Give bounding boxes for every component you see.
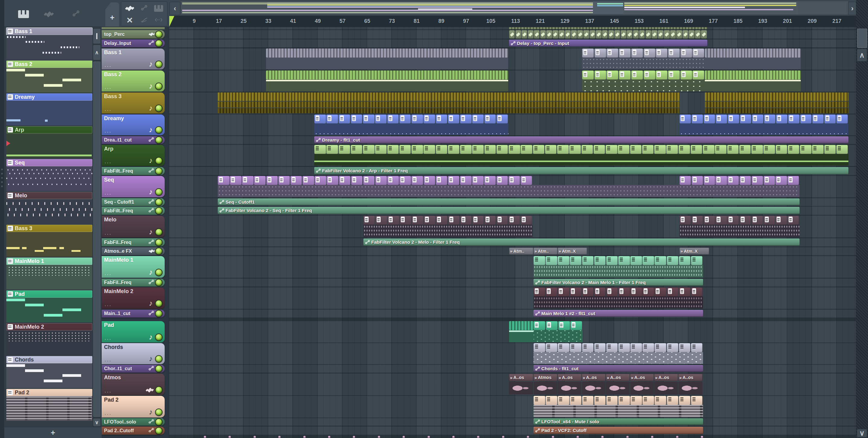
pattern-clip[interactable] (715, 145, 726, 154)
pattern-clip[interactable] (546, 396, 557, 405)
panel-drag-handle[interactable] (1, 181, 3, 183)
pattern-clip[interactable] (496, 176, 508, 185)
track-mute-led[interactable] (155, 126, 162, 134)
audio-clip-cell[interactable] (509, 30, 515, 39)
track-options-dots[interactable]: ··· (105, 337, 112, 342)
pattern-clip[interactable] (546, 321, 558, 330)
track-header-chords[interactable]: Chords···♪ (102, 343, 165, 364)
track-mute-led[interactable] (155, 188, 162, 196)
pattern-clip[interactable] (666, 145, 678, 154)
playhead-marker[interactable] (169, 16, 174, 27)
pattern-clip[interactable] (679, 145, 690, 154)
automation-clip[interactable]: FabFilter Volcano 2 - Arp - Filter 1 Fre… (314, 167, 848, 174)
slide-curve-tool-icon[interactable] (137, 15, 151, 25)
track-options-dots[interactable]: ··· (105, 412, 112, 417)
pattern-clip-strip[interactable] (218, 102, 680, 107)
pattern-clip[interactable] (570, 321, 582, 330)
mute-cut-tool-icon[interactable]: × (123, 15, 136, 25)
pattern-clip[interactable] (642, 396, 654, 405)
scroll-left-button[interactable]: ‹ (169, 2, 180, 15)
pattern-clip[interactable] (619, 70, 631, 79)
pattern-clip[interactable] (230, 176, 242, 185)
track-options-dots[interactable]: ··· (105, 303, 112, 308)
picker-scrollbar[interactable]: ∧∨ (93, 28, 100, 427)
piano-roll-tool-icon[interactable] (152, 3, 165, 13)
pattern-clip[interactable] (314, 145, 326, 154)
audio-clip-cell[interactable] (633, 30, 639, 39)
pattern-clip[interactable] (290, 176, 302, 185)
pattern-item-mainmelo-2[interactable]: MainMelo 2 (6, 323, 92, 355)
pattern-clip[interactable] (472, 216, 484, 225)
pattern-clip-strip[interactable] (705, 70, 801, 79)
track-mute-led[interactable] (155, 40, 162, 47)
pattern-clip[interactable] (399, 114, 411, 124)
pattern-item-chords[interactable]: Chords (6, 356, 92, 388)
track-header-melo[interactable]: Melo···♪ (102, 216, 165, 237)
pattern-clip[interactable] (740, 176, 751, 185)
track-header-mainmelo-1[interactable]: MainMelo 1···♪ (102, 256, 165, 278)
track-header-lfotool-solo[interactable]: LFOTool..solo (102, 418, 165, 426)
pattern-clip[interactable] (351, 114, 363, 124)
minimap[interactable] (181, 1, 848, 14)
audio-clip[interactable]: »A..os (582, 374, 606, 381)
track-options-dots[interactable]: ··· (105, 64, 112, 69)
pattern-clip[interactable] (472, 176, 484, 185)
pattern-clip[interactable] (606, 288, 618, 296)
pattern-clip[interactable] (424, 145, 435, 154)
pattern-clip[interactable] (327, 176, 338, 185)
pattern-item-bass-1[interactable]: Bass 1 (6, 28, 92, 60)
pattern-clip[interactable] (387, 145, 399, 154)
pattern-clip[interactable] (387, 176, 399, 185)
pattern-clip[interactable] (339, 114, 350, 124)
pattern-clip[interactable] (412, 216, 423, 225)
pattern-clip[interactable] (521, 145, 532, 154)
pattern-clip[interactable] (668, 70, 680, 79)
pattern-clip[interactable] (644, 48, 655, 58)
track-mute-led[interactable] (155, 157, 162, 165)
pattern-clip[interactable] (424, 216, 435, 225)
pattern-clip[interactable] (533, 256, 545, 265)
clip-partial[interactable] (509, 27, 707, 29)
pattern-clip-strip[interactable] (509, 321, 533, 330)
pattern-clip[interactable] (254, 176, 266, 185)
pattern-clip[interactable] (764, 114, 775, 124)
pattern-clip[interactable] (752, 176, 763, 185)
automation-clip[interactable]: Chords - flt1_cut (533, 365, 703, 372)
track-header-bass-3[interactable]: Bass 3···♪ (102, 93, 165, 113)
pattern-clip-strip[interactable] (705, 102, 848, 107)
audio-clip-tool-icon[interactable] (123, 3, 136, 13)
pattern-clip[interactable] (679, 256, 691, 265)
pattern-clip[interactable] (533, 343, 545, 352)
audio-clip-cell[interactable] (621, 30, 626, 39)
track-options-dots[interactable]: ··· (105, 86, 112, 91)
automation-clip[interactable]: Delay - top_Perc - Input (509, 40, 707, 47)
pattern-clip[interactable] (606, 396, 618, 405)
pattern-item-melo[interactable]: Melo (6, 192, 92, 224)
track-mute-led[interactable] (155, 207, 162, 214)
pattern-clip[interactable] (570, 343, 582, 352)
pattern-clip[interactable] (314, 114, 326, 124)
pattern-clip[interactable] (484, 176, 496, 185)
pattern-clip[interactable] (715, 176, 727, 185)
pattern-clip-strip[interactable] (705, 108, 848, 113)
pattern-clip[interactable] (339, 176, 351, 185)
pattern-header[interactable]: Dreamy (6, 93, 92, 101)
audio-clip-cell[interactable] (553, 30, 558, 39)
track-header-arp[interactable]: Arp···♪ (102, 145, 165, 166)
pattern-clip[interactable] (266, 176, 278, 185)
pattern-clip[interactable] (775, 216, 787, 225)
pattern-clip[interactable] (606, 343, 618, 352)
track-mute-led[interactable] (155, 269, 162, 276)
audio-clip-cell[interactable] (683, 30, 688, 39)
pattern-clip[interactable] (667, 396, 679, 405)
track-header-seq[interactable]: Seq···♪ (102, 176, 165, 197)
pattern-clip[interactable] (351, 176, 363, 185)
pattern-header[interactable]: MainMelo 2 (6, 323, 92, 331)
automation-clip[interactable]: Seq - Cutoff1 (218, 199, 800, 205)
audio-clip-cell[interactable] (516, 30, 521, 39)
track-header-top-perc[interactable]: top_Perc (102, 30, 165, 39)
pattern-clip[interactable] (654, 343, 666, 352)
pattern-clip[interactable] (484, 145, 496, 154)
pattern-clip[interactable] (558, 321, 570, 330)
pattern-clip[interactable] (411, 114, 423, 124)
